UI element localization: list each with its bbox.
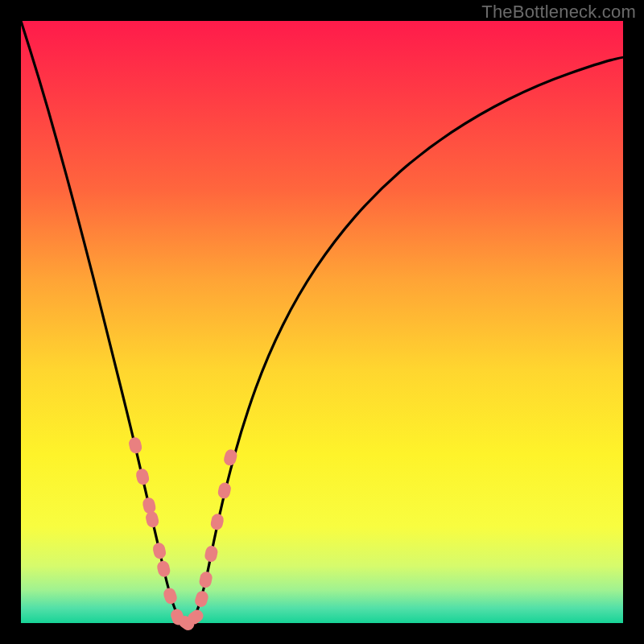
- plot-area: [21, 21, 623, 623]
- chart-canvas: [0, 0, 644, 644]
- chart-frame: TheBottleneck.com: [0, 0, 644, 644]
